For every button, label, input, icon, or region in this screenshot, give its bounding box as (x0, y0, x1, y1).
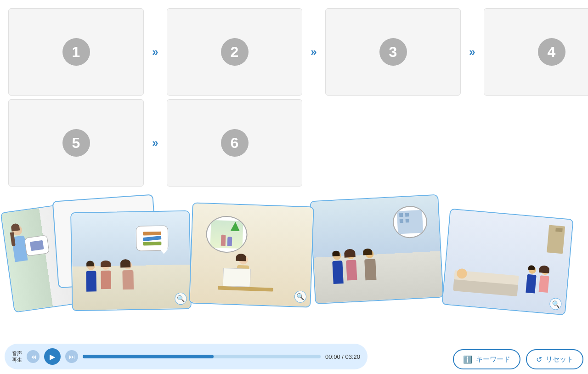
reset-label: リセット (546, 355, 573, 364)
panel-6[interactable]: 6 (167, 99, 302, 187)
reset-button[interactable]: ↺ リセット (526, 349, 583, 369)
next-button[interactable]: ⏭ (65, 350, 78, 363)
arrow-1-2: » (144, 46, 167, 57)
keyword-button[interactable]: ℹ️ キーワード (453, 349, 520, 369)
panel-number-5: 5 (62, 129, 90, 157)
action-buttons: ℹ️ キーワード ↺ リセット (453, 349, 583, 369)
panel-number-2: 2 (221, 38, 249, 66)
illus-card-5[interactable]: 🔍 (441, 209, 573, 316)
arrow-5-6: » (144, 137, 167, 148)
panel-1[interactable]: 1 (8, 8, 144, 96)
keyword-icon: ℹ️ (463, 355, 472, 364)
panels-row-1: 1 » 2 » 3 » 4 » (8, 8, 580, 96)
panels-container: 1 » 2 » 3 » 4 » 5 » 6 (0, 0, 588, 191)
media-player: 音声 再生 ⏮ ▶ ⏭ 00:00 / 03:20 (5, 344, 368, 369)
player-label: 音声 再生 (12, 350, 22, 363)
illustrations-area: 🔍 (0, 193, 588, 335)
panel-2[interactable]: 2 (167, 8, 302, 96)
prev-button[interactable]: ⏮ (27, 350, 40, 363)
arrow-3-4: » (461, 46, 484, 57)
keyword-label: キーワード (476, 355, 510, 364)
panel-number-1: 1 (62, 38, 90, 66)
time-display: 00:00 / 03:20 (325, 353, 360, 360)
reset-icon: ↺ (536, 355, 542, 364)
play-button[interactable]: ▶ (44, 348, 61, 365)
arrow-2-3: » (302, 46, 325, 57)
illus-card-4[interactable] (310, 194, 443, 304)
panel-number-6: 6 (221, 129, 249, 157)
progress-fill (83, 355, 214, 358)
illus-card-2[interactable]: 🔍 (70, 210, 192, 312)
panel-number-4: 4 (538, 38, 565, 66)
panel-5[interactable]: 5 (8, 99, 144, 187)
panel-number-3: 3 (379, 38, 407, 66)
progress-track[interactable] (83, 355, 321, 358)
panel-3[interactable]: 3 (325, 8, 461, 96)
panel-4[interactable]: 4 (484, 8, 588, 96)
illus-card-3[interactable]: 🔍 (189, 202, 314, 307)
panels-row-2: 5 » 6 (8, 99, 580, 187)
